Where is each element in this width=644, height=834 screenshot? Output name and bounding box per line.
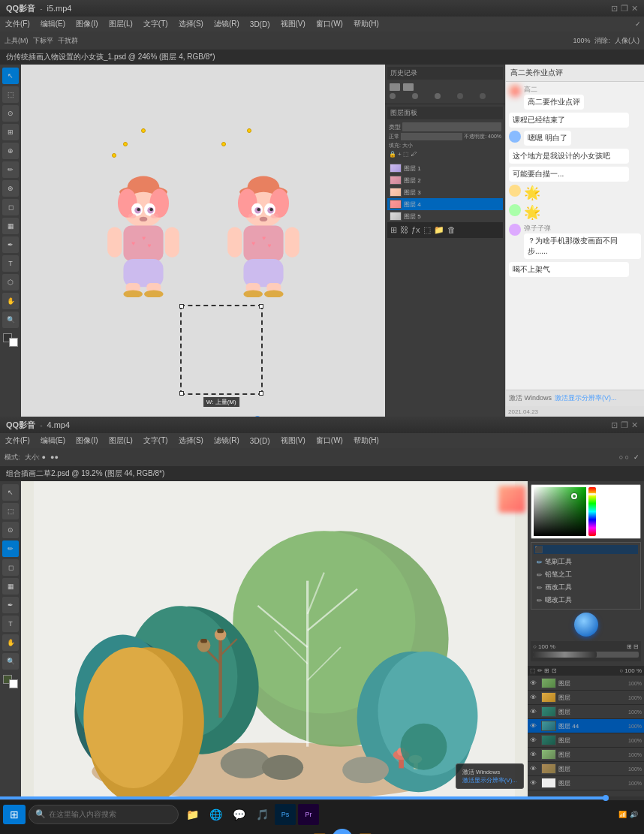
taskbar2-browser[interactable]: 🌐: [205, 804, 226, 825]
layer-item-1[interactable]: 图层 1: [387, 162, 503, 174]
layer-item-5[interactable]: 图层 5: [387, 210, 503, 222]
menu-select[interactable]: 选择(S): [176, 19, 206, 29]
tool-zoom[interactable]: 🔍: [2, 312, 19, 328]
taskbar-search-2[interactable]: 🔍: [29, 805, 179, 824]
menu2-view[interactable]: 视图(V): [278, 435, 308, 446]
layer-row-5[interactable]: 👁 图层 100%: [528, 733, 644, 748]
minimize-icon[interactable]: ⊡: [611, 4, 618, 14]
tool-heal[interactable]: ⊕: [2, 143, 19, 159]
menu-edit[interactable]: 编辑(E): [38, 19, 68, 29]
tool2-pen[interactable]: ✒: [2, 597, 19, 613]
win-activate-line2[interactable]: 激活显示分辨率(V)...: [462, 776, 517, 784]
tool-clone[interactable]: ⊛: [2, 180, 19, 197]
blue-circle-btn[interactable]: [574, 613, 598, 637]
tool-pen[interactable]: ✒: [2, 236, 19, 253]
brush-size-3[interactable]: [435, 93, 441, 99]
tool-select[interactable]: ⬚: [2, 86, 19, 103]
tool-text[interactable]: T: [2, 255, 19, 272]
chat-messages-1[interactable]: 高二 高二要作业点评 课程已经结束了 嗯嗯 明白了 这个地方是我设计的小女孩吧: [506, 82, 644, 390]
layer-item-3[interactable]: 图层 3: [387, 186, 503, 198]
menu-help[interactable]: 帮助(H): [351, 19, 381, 29]
taskbar2-music[interactable]: 🎵: [251, 804, 272, 825]
play-btn-2[interactable]: ▶: [332, 829, 353, 834]
fx-icon[interactable]: ƒx: [411, 225, 420, 235]
color-gradient-area[interactable]: [534, 487, 586, 536]
progress-bar-2[interactable]: [0, 796, 644, 799]
tool-brush[interactable]: ✏: [2, 161, 19, 178]
tool-shape[interactable]: ⬡: [2, 274, 19, 291]
tool2-select[interactable]: ⬚: [2, 503, 19, 519]
hue-bar[interactable]: [588, 487, 596, 536]
tool2-zoom[interactable]: 🔍: [2, 653, 19, 670]
tool2-move[interactable]: ↖: [2, 484, 19, 501]
menu-layer[interactable]: 图层(L): [107, 19, 135, 29]
tool-move[interactable]: ↖: [2, 68, 19, 84]
menu-window[interactable]: 窗口(W): [314, 19, 345, 29]
bg-color[interactable]: [9, 679, 18, 688]
menu2-select[interactable]: 选择(S): [176, 435, 206, 446]
tool-eraser[interactable]: ◻: [2, 199, 19, 215]
layer-item-4[interactable]: 图层 4: [387, 198, 503, 210]
close-icon-2[interactable]: ✕: [631, 420, 638, 430]
brush-size-2[interactable]: [412, 93, 418, 99]
close-icon-1[interactable]: ✕: [631, 4, 638, 14]
brush-pencil-2[interactable]: ✏ 铅笔之工: [534, 568, 638, 581]
brush-erase-2[interactable]: ✏ 嗯改工具: [534, 594, 638, 607]
playhead-2[interactable]: [603, 795, 609, 801]
menu2-text[interactable]: 文字(T): [141, 435, 170, 446]
taskbar2-folder[interactable]: 📁: [182, 804, 203, 825]
tool-gradient[interactable]: ▦: [2, 218, 19, 234]
add-layer-icon[interactable]: ⊞: [390, 225, 397, 235]
menu2-filter[interactable]: 滤镜(R): [212, 435, 242, 446]
menu-image[interactable]: 图像(I): [74, 19, 100, 29]
tool2-hand[interactable]: ✋: [2, 634, 19, 651]
tool-crop[interactable]: ⊞: [2, 124, 19, 140]
tool2-gradient[interactable]: ▦: [2, 578, 19, 595]
restore-icon-2[interactable]: ❐: [621, 420, 628, 430]
layer-row-2[interactable]: 👁 图层 100%: [528, 691, 644, 705]
menu-3d[interactable]: 3D(D): [248, 20, 272, 29]
menu2-layer[interactable]: 图层(L): [107, 435, 135, 446]
brush-size-5[interactable]: [480, 93, 486, 99]
tool2-text[interactable]: T: [2, 616, 19, 632]
layer-row-6[interactable]: 👁 图层 100%: [528, 748, 644, 762]
menu-text[interactable]: 文字(T): [141, 19, 170, 29]
brush-pencil[interactable]: ✏ 笔刷工具: [534, 555, 638, 568]
layer-row-4[interactable]: 👁 图层 44 100%: [528, 719, 644, 733]
blend-mode-select[interactable]: [401, 133, 462, 140]
folder-icon[interactable]: 📁: [434, 225, 444, 235]
taskbar2-chat[interactable]: 💬: [228, 804, 249, 825]
tool-hand[interactable]: ✋: [2, 293, 19, 309]
mask-icon[interactable]: ⬚: [423, 225, 431, 235]
layer-row-7[interactable]: 👁 图层 100%: [528, 762, 644, 776]
layer-type-select[interactable]: [402, 122, 501, 131]
menu2-edit[interactable]: 编辑(E): [38, 435, 68, 446]
menu2-file[interactable]: 文件(F): [3, 435, 32, 446]
color-swatches[interactable]: [3, 333, 18, 347]
search-input-2[interactable]: [49, 810, 172, 818]
start-button-2[interactable]: ⊞: [3, 805, 26, 824]
menu-file[interactable]: 文件(F): [3, 19, 32, 29]
tool2-lasso[interactable]: ⊙: [2, 522, 19, 538]
menu2-image[interactable]: 图像(I): [74, 435, 100, 446]
minimize-icon-2[interactable]: ⊡: [611, 420, 618, 430]
tool-lasso[interactable]: ⊙: [2, 105, 19, 122]
menu2-help[interactable]: 帮助(H): [351, 435, 381, 446]
tool2-eraser[interactable]: ◻: [2, 559, 19, 576]
menu-filter[interactable]: 滤镜(R): [212, 19, 242, 29]
win-activate-link-1[interactable]: 激活显示分辨率(V)...: [555, 393, 617, 403]
menu-view[interactable]: 视图(V): [278, 19, 308, 29]
layer-row-3[interactable]: 👁 图层 100%: [528, 705, 644, 719]
layer-row-8[interactable]: 👁 图层 100%: [528, 776, 644, 790]
color-picker-2[interactable]: [531, 484, 641, 539]
brush-size-1[interactable]: [390, 93, 396, 99]
link-layer-icon[interactable]: ⛓: [400, 225, 408, 235]
layer-row-1[interactable]: 👁 图层 100%: [528, 676, 644, 691]
restore-icon[interactable]: ❐: [621, 4, 628, 14]
menu2-window[interactable]: 窗口(W): [314, 435, 345, 446]
delete-layer-icon[interactable]: 🗑: [447, 225, 456, 235]
tool2-brush[interactable]: ✏: [2, 540, 19, 557]
color-swatches-2[interactable]: [3, 675, 18, 688]
taskbar2-pr[interactable]: Pr: [298, 804, 319, 825]
menu2-3d[interactable]: 3D(D): [248, 437, 272, 445]
